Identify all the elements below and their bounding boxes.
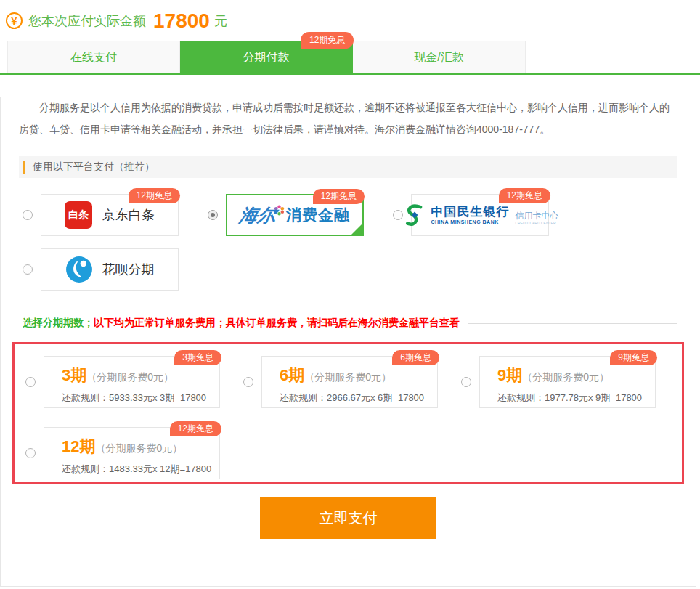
plan-12-badge: 12期免息 xyxy=(170,421,221,436)
service-fee-warning: 以下均为正常订单服务费用；具体订单服务费，请扫码后在海尔消费金融平台查看 xyxy=(94,317,460,330)
plan-6-fee: （分期服务费0元） xyxy=(304,371,391,383)
divider-line xyxy=(468,323,677,324)
amount-label: 您本次应付实际金额 xyxy=(28,12,146,30)
huabei-card[interactable]: 花呗分期 xyxy=(41,248,179,291)
jd-baitiao-logo-icon: 白条 xyxy=(65,201,92,229)
platform-row-2: 花呗分期 xyxy=(23,248,696,291)
tab-online-payment[interactable]: 在线支付 xyxy=(7,41,180,73)
plan-3-fee: （分期服务费0元） xyxy=(86,371,174,383)
platform-option-jd-baitiao[interactable]: 12期免息 白条 京东白条 xyxy=(23,194,179,236)
plan-9-radio[interactable] xyxy=(461,377,471,387)
tab-underline xyxy=(0,73,700,75)
plan-9-fee: （分期服务费0元） xyxy=(522,371,609,383)
selected-corner-icon xyxy=(351,223,363,235)
haier-logo-text: 消费金融 xyxy=(286,205,350,225)
minsheng-bank-name-cn: 中国民生银行 xyxy=(431,206,510,219)
plan-3-title: 3期（分期服务费0元） xyxy=(62,365,219,386)
plan-6-badge: 6期免息 xyxy=(392,350,439,365)
minsheng-credit-card-center: 信用卡中心 CREDIT CARD CENTER xyxy=(516,205,559,225)
minsheng-interest-free-badge: 12期免息 xyxy=(499,188,550,203)
plan-9-title: 9期（分期服务费0元） xyxy=(497,365,655,386)
plan-option-3[interactable]: 3期免息 3期（分期服务费0元） 还款规则：5933.33元x 3期=17800 xyxy=(25,356,243,408)
plan-6-radio[interactable] xyxy=(243,377,253,387)
payment-tabs: 在线支付 分期付款 现金/汇款 12期免息 xyxy=(7,41,700,73)
plan-option-12[interactable]: 12期免息 12期（分期服务费0元） 还款规则：1483.33元x 12期=17… xyxy=(25,427,243,479)
amount-header: ¥ 您本次应付实际金额 17800 元 xyxy=(0,0,700,33)
jd-baitiao-radio[interactable] xyxy=(23,210,33,220)
amount-value: 17800 xyxy=(153,9,210,33)
plan-12-fee: （分期服务费0元） xyxy=(95,442,182,454)
minsheng-bank-name: 中国民生银行 CHINA MINSHENG BANK xyxy=(431,206,510,224)
plan-3-rule: 还款规则：5933.33元x 3期=17800 xyxy=(62,391,219,405)
pay-now-button[interactable]: 立即支付 xyxy=(260,497,436,539)
plan-12-period: 12期 xyxy=(62,437,95,455)
plan-6-card[interactable]: 6期免息 6期（分期服务费0元） 还款规则：2966.67元x 6期=17800 xyxy=(261,356,438,408)
plan-12-rule: 还款规则：1483.33元x 12期=17800 xyxy=(62,463,219,476)
plan-3-badge: 3期免息 xyxy=(174,350,221,365)
installment-notice-text: 分期服务是以个人信用为依据的消费贷款，申请成功后需按时足额还款，逾期不还将被通报… xyxy=(19,97,677,140)
choose-period-label: 选择分期期数； xyxy=(23,317,94,330)
platform-row-1: 12期免息 白条 京东白条 12期免息 海尔 xyxy=(23,194,696,236)
plan-9-rule: 还款规则：1977.78元x 9期=17800 xyxy=(497,391,655,405)
plan-12-radio[interactable] xyxy=(25,448,36,458)
plan-row-2: 12期免息 12期（分期服务费0元） 还款规则：1483.33元x 12期=17… xyxy=(25,427,682,479)
plan-6-title: 6期（分期服务费0元） xyxy=(280,365,437,386)
platform-option-minsheng-bank[interactable]: 12期免息 中国民生银行 CHINA MINSHENG BANK 信用卡中心 C… xyxy=(393,194,549,236)
haier-finance-card[interactable]: 12期免息 海尔 消费金融 xyxy=(226,194,364,236)
section-marker xyxy=(23,161,25,174)
plan-3-card[interactable]: 3期免息 3期（分期服务费0元） 还款规则：5933.33元x 3期=17800 xyxy=(44,356,220,408)
plan-12-title: 12期（分期服务费0元） xyxy=(62,436,219,458)
minsheng-dept-en: CREDIT CARD CENTER xyxy=(516,221,559,225)
huabei-radio[interactable] xyxy=(23,264,33,275)
minsheng-bank-card[interactable]: 12期免息 中国民生银行 CHINA MINSHENG BANK 信用卡中心 C… xyxy=(411,194,549,236)
huabei-label: 花呗分期 xyxy=(102,261,155,278)
jd-interest-free-badge: 12期免息 xyxy=(129,188,180,203)
huabei-logo-icon xyxy=(65,256,93,283)
minsheng-bank-logo-icon xyxy=(402,202,428,228)
plan-6-period: 6期 xyxy=(280,366,304,384)
platform-option-haier-finance[interactable]: 12期免息 海尔 消费金融 xyxy=(208,194,364,236)
plan-3-period: 3期 xyxy=(62,366,86,384)
haier-logo-script: 海尔 xyxy=(237,203,278,227)
plan-option-6[interactable]: 6期免息 6期（分期服务费0元） 还款规则：2966.67元x 6期=17800 xyxy=(243,356,461,408)
tab-interest-free-badge: 12期免息 xyxy=(301,32,354,49)
installment-panel: 分期服务是以个人信用为依据的消费贷款，申请成功后需按时足额还款，逾期不还将被通报… xyxy=(0,97,696,587)
haier-finance-radio[interactable] xyxy=(208,210,218,220)
plan-9-card[interactable]: 9期免息 9期（分期服务费0元） 还款规则：1977.78元x 9期=17800 xyxy=(479,356,656,408)
plans-highlight-box: 3期免息 3期（分期服务费0元） 还款规则：5933.33元x 3期=17800… xyxy=(12,342,684,484)
platform-option-huabei[interactable]: 花呗分期 xyxy=(23,248,179,291)
tab-cash-remittance[interactable]: 现金/汇款 xyxy=(353,41,526,73)
platform-section-title: 使用以下平台支付（推荐） xyxy=(33,161,155,174)
jd-baitiao-label: 京东白条 xyxy=(102,206,155,224)
plan-6-rule: 还款规则：2966.67元x 6期=17800 xyxy=(280,391,437,405)
jd-baitiao-card[interactable]: 12期免息 白条 京东白条 xyxy=(41,194,179,236)
amount-currency: 元 xyxy=(214,12,227,30)
plan-row-1: 3期免息 3期（分期服务费0元） 还款规则：5933.33元x 3期=17800… xyxy=(25,356,682,408)
plan-9-period: 9期 xyxy=(497,366,522,384)
plan-9-badge: 9期免息 xyxy=(610,350,657,365)
plan-3-radio[interactable] xyxy=(25,377,36,387)
minsheng-dept-cn: 信用卡中心 xyxy=(516,211,559,221)
choose-period-line: 选择分期期数； 以下均为正常订单服务费用；具体订单服务费，请扫码后在海尔消费金融… xyxy=(23,317,677,330)
minsheng-bank-name-en: CHINA MINSHENG BANK xyxy=(431,219,510,225)
haier-interest-free-badge: 12期免息 xyxy=(313,189,365,204)
platform-section-header: 使用以下平台支付（推荐） xyxy=(19,156,677,178)
payment-page: ¥ 您本次应付实际金额 17800 元 在线支付 分期付款 现金/汇款 12期免… xyxy=(0,0,700,589)
plan-option-9[interactable]: 9期免息 9期（分期服务费0元） 还款规则：1977.78元x 9期=17800 xyxy=(461,356,679,408)
yuan-circle-icon: ¥ xyxy=(6,12,23,29)
plan-12-card[interactable]: 12期免息 12期（分期服务费0元） 还款规则：1483.33元x 12期=17… xyxy=(44,427,220,479)
